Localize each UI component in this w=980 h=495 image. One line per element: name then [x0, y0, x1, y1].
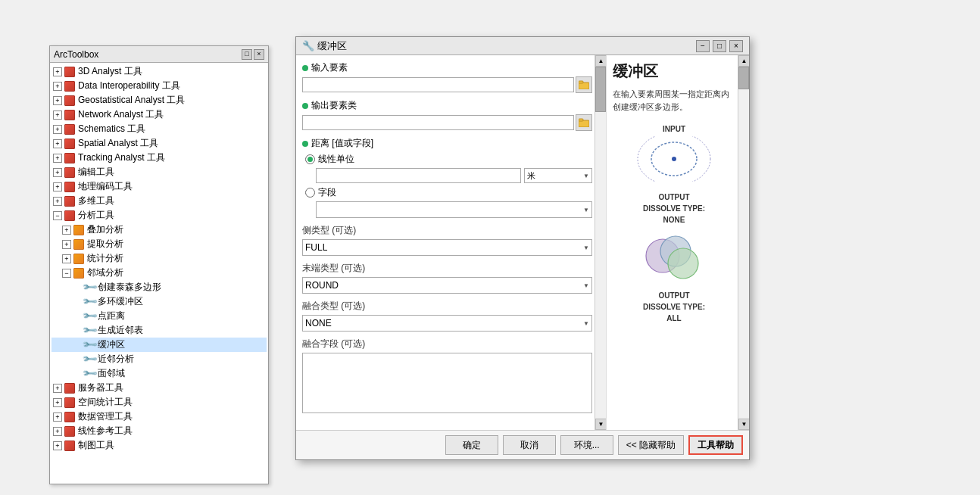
tree-label-multidim: 多维工具	[78, 195, 114, 207]
toolbox-icon-polygon-neighbors: 🔧	[83, 368, 95, 380]
help-description: 在输入要素周围某一指定距离内创建缓冲区多边形。	[613, 88, 735, 113]
expand-data-mgmt[interactable]	[53, 412, 62, 422]
tree-item-tracking[interactable]: Tracking Analyst 工具	[51, 151, 267, 165]
tree-item-linear-ref[interactable]: 线性参考工具	[51, 424, 267, 438]
expand-schematics[interactable]	[53, 125, 62, 134]
expand-linear-ref[interactable]	[53, 427, 62, 436]
tree-item-cartography[interactable]: 制图工具	[51, 438, 267, 453]
tool-help-button[interactable]: 工具帮助	[688, 435, 743, 455]
tree-item-spatial[interactable]: Spatial Analyst 工具	[51, 136, 267, 151]
form-scroll-up[interactable]: ▲	[595, 55, 607, 67]
tree-item-create-thiessen[interactable]: 🔧 创建泰森多边形	[51, 280, 267, 294]
expand-editor[interactable]	[53, 168, 62, 177]
env-button[interactable]: 环境...	[560, 435, 613, 455]
form-scroll-down[interactable]: ▼	[595, 419, 607, 430]
tree-item-spatial-stats[interactable]: 空间统计工具	[51, 395, 267, 409]
help-scroll-up[interactable]: ▲	[738, 55, 749, 67]
tree-item-extract[interactable]: 提取分析	[51, 237, 267, 251]
toolbox-icon-tracking	[64, 152, 76, 164]
arctoolbox-close-btn[interactable]: ×	[254, 49, 264, 60]
distance-value-input[interactable]	[316, 168, 521, 183]
tree-label-stats: 统计分析	[87, 252, 123, 265]
help-scroll-thumb[interactable]	[738, 67, 749, 89]
tree-item-overlay[interactable]: 叠加分析	[51, 223, 267, 237]
expand-proximity[interactable]	[62, 269, 71, 278]
tree-item-stats[interactable]: 统计分析	[51, 251, 267, 266]
tree-item-gen-near[interactable]: 🔧 生成近邻表	[51, 323, 267, 338]
expand-spatial[interactable]	[53, 139, 62, 148]
expand-geocoding[interactable]	[53, 182, 62, 191]
expand-network[interactable]	[53, 111, 62, 120]
dissolve-type-select[interactable]: NONE ▼	[302, 315, 592, 332]
field-select-dropdown[interactable]: ▼	[316, 201, 592, 218]
buffer-minimize-btn[interactable]: −	[696, 40, 710, 52]
expand-data-interop[interactable]	[53, 82, 62, 91]
unit-select[interactable]: 米 ▼	[524, 168, 592, 183]
radio-field-circle[interactable]	[305, 188, 315, 198]
output-features-browse-btn[interactable]	[576, 114, 592, 131]
input-features-browse-btn[interactable]	[576, 76, 592, 93]
dissolve-field-textarea[interactable]	[302, 353, 592, 413]
arctoolbox-restore-btn[interactable]: □	[242, 49, 252, 60]
confirm-button[interactable]: 确定	[445, 435, 498, 455]
toolbox-icon-near: 🔧	[83, 353, 95, 366]
expand-stats[interactable]	[62, 254, 71, 263]
tree-item-geostatistical[interactable]: Geostatistical Analyst 工具	[51, 93, 267, 107]
output-features-input[interactable]	[302, 115, 574, 130]
tree-item-multidim[interactable]: 多维工具	[51, 194, 267, 208]
expand-multidim[interactable]	[53, 197, 62, 206]
tree-item-network[interactable]: Network Analyst 工具	[51, 107, 267, 122]
tree-label-buffer: 缓冲区	[98, 338, 125, 351]
expand-server[interactable]	[53, 384, 62, 393]
help-scroll-track	[738, 67, 749, 419]
radio-linear-circle[interactable]	[305, 154, 315, 164]
input-features-input[interactable]	[302, 77, 574, 92]
expand-spatial-stats[interactable]	[53, 398, 62, 407]
tree-label-proximity: 邻域分析	[87, 266, 123, 279]
cancel-button[interactable]: 取消	[503, 435, 556, 455]
expand-geostatistical[interactable]	[53, 96, 62, 105]
expand-overlay[interactable]	[62, 226, 71, 235]
tree-item-polygon-neighbors[interactable]: 🔧 面邻域	[51, 366, 267, 381]
tree-item-data-mgmt[interactable]: 数据管理工具	[51, 409, 267, 424]
tree-item-schematics[interactable]: Schematics 工具	[51, 122, 267, 136]
expand-analysis[interactable]	[53, 211, 62, 220]
tree-item-analysis[interactable]: 分析工具	[51, 208, 267, 223]
buffer-restore-btn[interactable]: □	[713, 40, 726, 52]
diagram-output-label2: DISSOLVE TYPE:	[629, 204, 719, 213]
toolbox-icon-linear-ref	[64, 425, 76, 437]
tree-label-analysis: 分析工具	[78, 209, 114, 222]
radio-linear-item[interactable]: 线性单位	[305, 153, 592, 166]
help-scroll-down[interactable]: ▼	[738, 419, 749, 430]
toolbox-icon-extract	[73, 238, 85, 251]
diagram-output-all-label1: OUTPUT	[643, 291, 705, 300]
tree-item-3d-analyst[interactable]: 3D Analyst 工具	[51, 64, 267, 79]
svg-point-9	[668, 248, 698, 279]
tree-item-proximity[interactable]: 邻域分析	[51, 266, 267, 280]
buffer-wrench-icon: 🔧	[302, 40, 314, 51]
buffer-close-btn[interactable]: ×	[729, 40, 743, 52]
expand-3d-analyst[interactable]	[53, 67, 62, 76]
form-scroll-thumb[interactable]	[595, 67, 606, 112]
tree-item-buffer[interactable]: 🔧 缓冲区	[51, 338, 267, 352]
toolbox-icon-data-interop	[64, 80, 76, 92]
expand-extract[interactable]	[62, 240, 71, 249]
output-features-group: 输出要素类	[302, 99, 592, 131]
expand-cartography[interactable]	[53, 441, 62, 450]
expand-tracking[interactable]	[53, 154, 62, 163]
form-scrollbar: ▲ ▼	[595, 55, 606, 430]
tree-item-server[interactable]: 服务器工具	[51, 381, 267, 395]
side-type-select[interactable]: FULL ▼	[302, 239, 592, 256]
tree-item-point-dist[interactable]: 🔧 点距离	[51, 309, 267, 323]
tree-item-data-interop[interactable]: Data Interoperability 工具	[51, 79, 267, 93]
tree-label-editor: 编辑工具	[78, 166, 114, 179]
end-type-arrow: ▼	[583, 282, 589, 289]
hide-help-button[interactable]: << 隐藏帮助	[618, 435, 684, 455]
end-type-select[interactable]: ROUND ▼	[302, 277, 592, 294]
tree-item-near[interactable]: 🔧 近邻分析	[51, 352, 267, 366]
tree-item-editor[interactable]: 编辑工具	[51, 165, 267, 179]
tree-item-multi-buffer[interactable]: 🔧 多环缓冲区	[51, 294, 267, 309]
radio-field-item[interactable]: 字段	[305, 186, 592, 199]
diagram-output-none-label: NONE	[629, 216, 719, 224]
tree-item-geocoding[interactable]: 地理编码工具	[51, 179, 267, 194]
